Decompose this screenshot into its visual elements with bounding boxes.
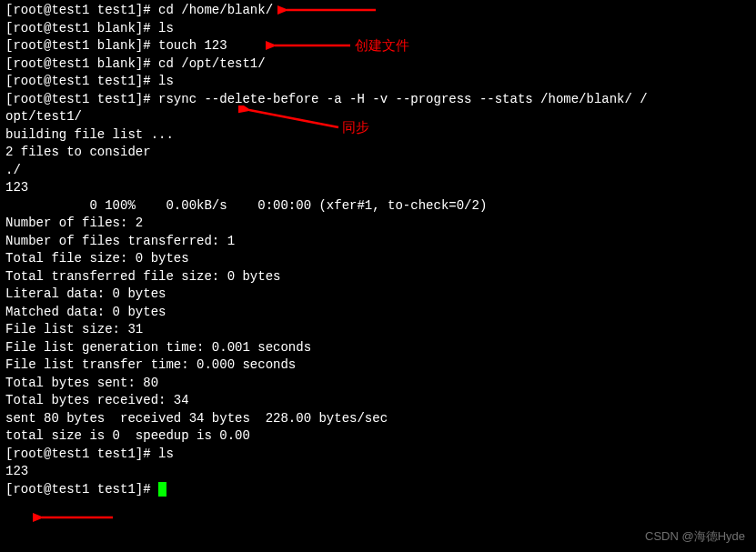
terminal-line: Literal data: 0 bytes — [5, 286, 751, 304]
terminal-line: sent 80 bytes received 34 bytes 228.00 b… — [5, 410, 751, 428]
terminal-line: File list transfer time: 0.000 seconds — [5, 356, 751, 375]
terminal-line: File list generation time: 0.001 seconds — [5, 339, 751, 357]
prompt: [root@test1 blank]# — [5, 56, 158, 71]
terminal-line: ./ — [5, 162, 751, 180]
watermark: CSDN @海德Hyde — [645, 527, 745, 546]
command: ls — [158, 21, 174, 35]
terminal-line: File list size: 31 — [5, 321, 751, 339]
terminal-line: total size is 0 speedup is 0.00 — [5, 427, 751, 446]
terminal-line: Total bytes received: 34 — [5, 392, 751, 410]
command: touch 123 — [158, 38, 227, 53]
terminal-line: [root@test1 blank]# ls — [5, 20, 751, 38]
command: ls — [158, 74, 174, 88]
terminal-line: Total bytes sent: 80 — [5, 375, 751, 393]
cursor — [158, 482, 166, 497]
prompt: [root@test1 test1]# — [5, 92, 158, 106]
terminal-line: [root@test1 test1]# ls — [5, 73, 751, 91]
prompt: [root@test1 test1]# — [5, 482, 158, 497]
prompt: [root@test1 test1]# — [5, 3, 158, 17]
terminal-line: 0 100% 0.00kB/s 0:00:00 (xfer#1, to-chec… — [5, 197, 751, 216]
terminal-line: [root@test1 blank]# cd /opt/test1/ — [5, 55, 751, 74]
command: cd /home/blank/ — [158, 3, 273, 17]
terminal-line: [root@test1 blank]# touch 123 — [5, 37, 751, 55]
terminal-line: opt/test1/ — [5, 108, 751, 126]
terminal-line: Total transferred file size: 0 bytes — [5, 268, 751, 286]
terminal-line: [root@test1 test1]# cd /home/blank/ — [5, 2, 751, 20]
terminal-line: [root@test1 test1]# ls — [5, 446, 751, 464]
command: rsync --delete-before -a -H -v --progres… — [158, 92, 648, 106]
prompt: [root@test1 test1]# — [5, 74, 158, 88]
prompt: [root@test1 blank]# — [5, 38, 158, 53]
terminal-line: Total file size: 0 bytes — [5, 250, 751, 268]
terminal-line: Number of files: 2 — [5, 215, 751, 233]
terminal-line: Matched data: 0 bytes — [5, 304, 751, 322]
terminal-line: 2 files to consider — [5, 144, 751, 162]
prompt: [root@test1 test1]# — [5, 447, 158, 461]
arrow-icon — [33, 511, 115, 524]
terminal-line: building file list ... — [5, 126, 751, 145]
terminal-line: 123 — [5, 179, 751, 197]
command: cd /opt/test1/ — [158, 56, 266, 71]
terminal-line: [root@test1 test1]# rsync --delete-befor… — [5, 91, 751, 109]
terminal-line[interactable]: [root@test1 test1]# — [5, 481, 751, 499]
terminal-line: Number of files transferred: 1 — [5, 233, 751, 251]
prompt: [root@test1 blank]# — [5, 21, 158, 35]
command: ls — [158, 447, 174, 461]
terminal-line: 123 — [5, 463, 751, 481]
